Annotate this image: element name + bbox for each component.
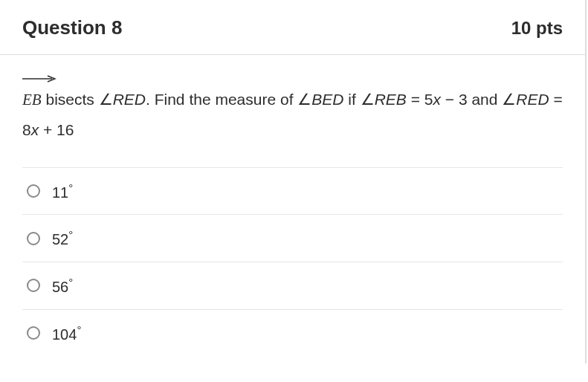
prompt-text: bisects [42, 91, 99, 108]
question-body: EB bisects ∠RED. Find the measure of ∠BE… [0, 55, 585, 363]
question-prompt: EB bisects ∠RED. Find the measure of ∠BE… [22, 85, 563, 145]
option-104[interactable]: 104° [22, 310, 563, 357]
prompt-text: if [344, 91, 361, 108]
question-points: 10 pts [511, 18, 563, 39]
angle-REB: ∠REB [361, 91, 407, 108]
option-52[interactable]: 52° [22, 215, 563, 262]
question-card: Question 8 10 pts EB bisects ∠RED. Find … [0, 0, 587, 363]
ray-label: EB [22, 91, 42, 109]
option-11[interactable]: 11° [22, 167, 563, 216]
angle-BED: ∠BED [297, 91, 343, 108]
ray-EB: EB [22, 85, 42, 115]
ray-arrow-icon [22, 75, 43, 82]
option-label: 52° [52, 228, 73, 248]
radio-icon [27, 184, 40, 198]
option-label: 104° [52, 323, 81, 343]
option-56[interactable]: 56° [22, 262, 563, 310]
answer-options: 11° 52° 56° 104° [22, 167, 563, 357]
angle-RED-1: ∠RED [99, 91, 146, 108]
angle-label: RED [113, 91, 146, 108]
prompt-text: . Find the measure of [146, 91, 297, 108]
question-title: Question 8 [22, 16, 122, 39]
option-label: 11° [52, 181, 73, 201]
angle-label: RED [516, 91, 549, 108]
radio-icon [27, 232, 40, 245]
option-label: 56° [52, 276, 73, 296]
question-header: Question 8 10 pts [0, 0, 585, 55]
angle-RED-2: ∠RED [502, 91, 549, 108]
angle-label: REB [375, 91, 407, 108]
radio-icon [27, 326, 40, 340]
prompt-text: = 5x − 3 and [407, 91, 502, 108]
angle-label: BED [311, 91, 343, 108]
radio-icon [27, 279, 40, 292]
